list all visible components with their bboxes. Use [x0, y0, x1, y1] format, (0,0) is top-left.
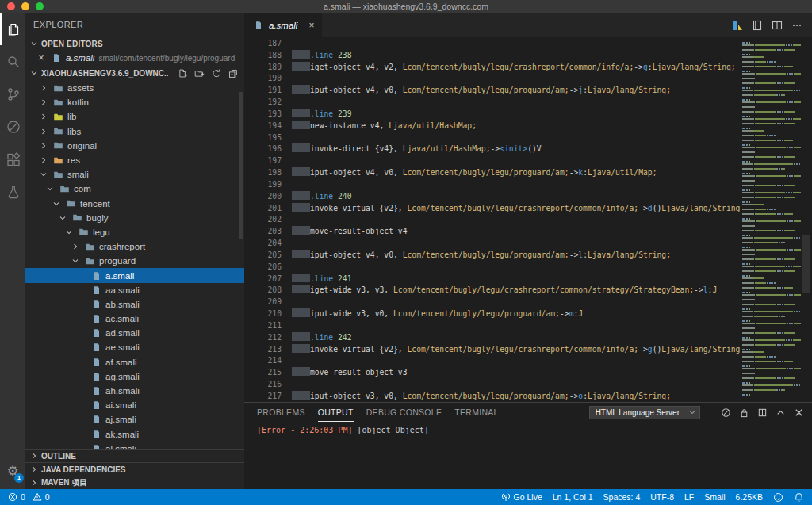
code-line[interactable]: 216 [244, 379, 740, 391]
indentation-setting[interactable]: Spaces: 4 [603, 492, 641, 502]
maven-section-header[interactable]: MAVEN 项目 [25, 476, 244, 489]
tree-item-com[interactable]: com [25, 182, 244, 196]
problems-status[interactable]: 0 0 [8, 492, 50, 502]
code-line[interactable]: 202 [244, 214, 740, 226]
split-editor-icon[interactable] [772, 20, 783, 31]
tree-item-ab-smali[interactable]: ab.smali [25, 297, 244, 312]
close-window-button[interactable] [7, 2, 15, 10]
code-line[interactable]: 199 [244, 179, 740, 191]
feedback-button[interactable] [773, 492, 783, 503]
tree-item-original[interactable]: original [25, 139, 244, 153]
code-line[interactable]: 217iput-object v3, v0, Lcom/tencent/bugl… [244, 391, 740, 402]
lock-icon[interactable] [739, 407, 749, 418]
outline-section-header[interactable]: OUTLINE [25, 449, 244, 462]
new-folder-icon[interactable] [194, 68, 205, 78]
code-line[interactable]: 206 [244, 262, 740, 274]
minimap[interactable] [740, 37, 801, 402]
code-line[interactable]: 215move-result-object v3 [244, 367, 740, 379]
editor-body[interactable]: 187188.line 238189iget-object v4, v2, Lc… [244, 37, 812, 402]
search-activity-button[interactable] [0, 45, 25, 78]
tree-item-al-smali[interactable]: al.smali [25, 442, 244, 449]
code-line[interactable]: 192 [244, 97, 740, 109]
sidebar-scrollbar[interactable] [239, 92, 243, 239]
code-line[interactable]: 205iput-object v4, v0, Lcom/tencent/bugl… [244, 250, 740, 262]
tree-item-ah-smali[interactable]: ah.smali [25, 384, 244, 398]
language-mode[interactable]: Smali [704, 492, 725, 502]
notebook-icon[interactable] [752, 20, 763, 31]
output-channel-select[interactable]: HTML Language Server [589, 406, 700, 419]
code-line[interactable]: 198iput-object v4, v0, Lcom/tencent/bugl… [244, 167, 740, 179]
code-line[interactable]: 189iget-object v4, v2, Lcom/tencent/bugl… [244, 62, 740, 74]
code-line[interactable]: 193.line 239 [244, 109, 740, 121]
close-panel-icon[interactable] [794, 407, 804, 418]
editor-scrollbar[interactable] [801, 37, 812, 402]
tab-debug-console[interactable]: DEBUG CONSOLE [366, 403, 442, 422]
new-file-icon[interactable] [178, 68, 188, 78]
zoom-window-button[interactable] [36, 2, 44, 10]
tree-item-ac-smali[interactable]: ac.smali [25, 312, 244, 326]
tree-item-a-smali[interactable]: a.smali [25, 268, 244, 282]
code-line[interactable]: 207.line 241 [244, 274, 740, 285]
code-line[interactable]: 214 [244, 355, 740, 367]
maximize-panel-icon[interactable] [776, 407, 786, 418]
code-line[interactable]: 196invoke-direct {v4}, Ljava/util/HashMa… [244, 143, 740, 155]
tree-item-ae-smali[interactable]: ae.smali [25, 340, 244, 354]
close-tab-icon[interactable]: × [308, 20, 314, 31]
code-line[interactable]: 203move-result-object v4 [244, 226, 740, 238]
clear-output-icon[interactable] [721, 407, 731, 418]
source-control-activity-button[interactable] [0, 78, 25, 110]
more-actions-icon[interactable] [791, 20, 802, 31]
code-line[interactable]: 194new-instance v4, Ljava/util/HashMap; [244, 121, 740, 132]
tree-item-libs[interactable]: libs [25, 124, 244, 139]
code-line[interactable]: 187 [244, 38, 740, 50]
code-line[interactable]: 212.line 242 [244, 332, 740, 344]
notifications-button[interactable] [794, 492, 804, 503]
open-editor-item[interactable]: × a.smali smali/com/tencent/bugly/legu/p… [25, 51, 244, 65]
tree-item-ag-smali[interactable]: ag.smali [25, 369, 244, 384]
refresh-icon[interactable] [211, 68, 221, 78]
tree-item-tencent[interactable]: tencent [25, 197, 244, 211]
encoding-setting[interactable]: UTF-8 [650, 492, 674, 502]
settings-button[interactable]: ⚙ 1 [0, 459, 25, 483]
code-line[interactable]: 195 [244, 132, 740, 144]
collapse-all-icon[interactable] [228, 68, 238, 78]
eol-setting[interactable]: LF [684, 492, 694, 502]
code-area[interactable]: 187188.line 238189iget-object v4, v2, Lc… [244, 38, 740, 402]
code-line[interactable]: 211 [244, 320, 740, 332]
tree-item-ak-smali[interactable]: ak.smali [25, 427, 244, 442]
explorer-activity-button[interactable] [0, 13, 25, 45]
cursor-position[interactable]: Ln 1, Col 1 [553, 492, 593, 502]
tree-item-af-smali[interactable]: af.smali [25, 355, 244, 369]
code-line[interactable]: 191iput-object v4, v0, Lcom/tencent/bugl… [244, 85, 740, 97]
tree-item-res[interactable]: res [25, 153, 244, 167]
run-debug-activity-button[interactable] [0, 110, 25, 143]
minimize-window-button[interactable] [21, 2, 29, 10]
tree-item-kotlin[interactable]: kotlin [25, 95, 244, 109]
tree-item-aj-smali[interactable]: aj.smali [25, 412, 244, 427]
close-icon[interactable]: × [36, 52, 46, 63]
open-editors-header[interactable]: OPEN EDITORS [25, 36, 244, 51]
tree-item-assets[interactable]: assets [25, 81, 244, 95]
tree-item-bugly[interactable]: bugly [25, 211, 244, 225]
java-dependencies-section-header[interactable]: JAVA DEPENDENCIES [25, 462, 244, 476]
open-in-editor-icon[interactable] [757, 407, 768, 418]
code-line[interactable]: 204 [244, 238, 740, 250]
tab-problems[interactable]: PROBLEMS [257, 403, 305, 422]
tree-item-ai-smali[interactable]: ai.smali [25, 398, 244, 412]
tab-terminal[interactable]: TERMINAL [454, 403, 499, 422]
code-line[interactable]: 213invoke-virtual {v2}, Lcom/tencent/bug… [244, 344, 740, 356]
extensions-activity-button[interactable] [0, 143, 25, 175]
tree-item-lib[interactable]: lib [25, 109, 244, 124]
code-line[interactable]: 197 [244, 155, 740, 167]
scrollbar-slider[interactable] [802, 235, 810, 293]
project-section-header[interactable]: XIAOHUASHENGV3.6.9_DOWNC... [25, 65, 244, 81]
go-live-button[interactable]: Go Live [501, 492, 542, 502]
code-line[interactable]: 200.line 240 [244, 191, 740, 203]
code-line[interactable]: 210iput-wide v3, v0, Lcom/tencent/bugly/… [244, 308, 740, 320]
test-activity-button[interactable] [0, 175, 25, 208]
tree-item-crashreport[interactable]: crashreport [25, 239, 244, 254]
code-line[interactable]: 190 [244, 73, 740, 85]
tree-item-smali[interactable]: smali [25, 167, 244, 182]
code-line[interactable]: 209 [244, 296, 740, 308]
code-line[interactable]: 188.line 238 [244, 50, 740, 62]
